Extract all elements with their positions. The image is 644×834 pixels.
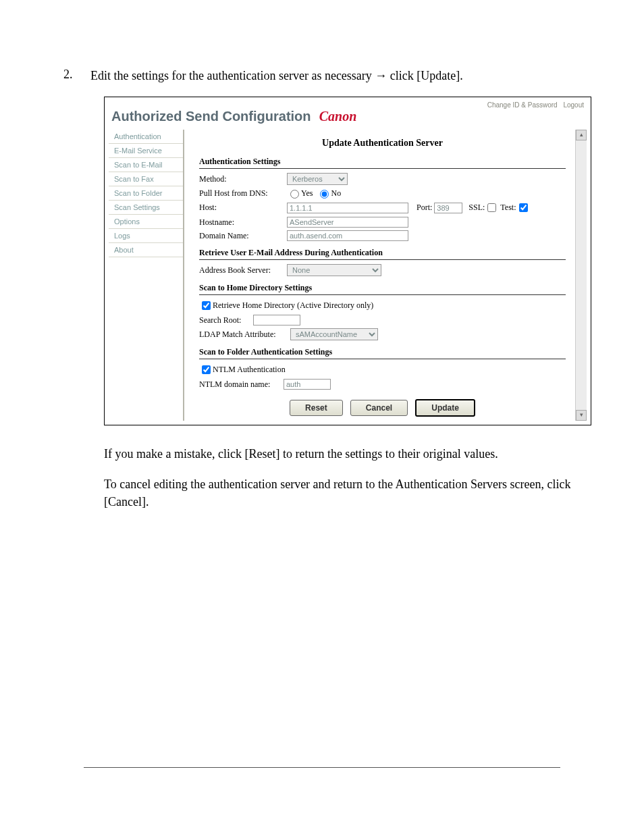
sidebar: Authentication E-Mail Service Scan to E-… <box>109 130 184 421</box>
sidebar-item-scan-to-folder[interactable]: Scan to Folder <box>109 186 183 201</box>
sidebar-item-about[interactable]: About <box>109 243 183 257</box>
scroll-up-icon[interactable]: ▴ <box>576 130 587 140</box>
host-input[interactable] <box>287 203 408 213</box>
hostname-label: Hostname: <box>199 217 287 228</box>
domain-label: Domain Name: <box>199 231 287 241</box>
dns-label: Pull Host from DNS: <box>199 188 287 199</box>
sidebar-item-scan-to-email[interactable]: Scan to E-Mail <box>109 158 183 172</box>
paragraph-cancel: To cancel editing the authentication ser… <box>104 476 587 510</box>
domain-input[interactable] <box>287 230 408 241</box>
host-label: Host: <box>199 203 287 213</box>
section-folder-auth: Scan to Folder Authentication Settings <box>199 347 566 359</box>
section-retrieve-email: Retrieve User E-Mail Address During Auth… <box>199 248 566 260</box>
sidebar-item-scan-settings[interactable]: Scan Settings <box>109 201 183 215</box>
reset-button[interactable]: Reset <box>290 400 343 416</box>
ntlm-label: NTLM Authentication <box>213 365 286 375</box>
port-label: Port: <box>417 203 432 213</box>
config-screenshot: Change ID & Password Logout Authorized S… <box>104 97 591 425</box>
abs-label: Address Book Server: <box>199 265 287 276</box>
logout-link[interactable]: Logout <box>563 101 584 109</box>
scrollbar[interactable]: ▴ ▾ <box>575 130 587 421</box>
canon-logo: Canon <box>319 109 357 124</box>
ntlm-domain-label: NTLM domain name: <box>199 380 284 390</box>
sidebar-item-options[interactable]: Options <box>109 215 183 229</box>
ssl-checkbox[interactable] <box>487 203 496 212</box>
sidebar-item-logs[interactable]: Logs <box>109 229 183 243</box>
dns-no-text: No <box>331 188 341 199</box>
retrieve-home-label: Retrieve Home Directory (Active Director… <box>213 301 373 311</box>
change-id-link[interactable]: Change ID & Password <box>487 101 558 109</box>
section-home-dir: Scan to Home Directory Settings <box>199 283 566 295</box>
paragraph-reset: If you make a mistake, click [Reset] to … <box>104 446 587 463</box>
hostname-input[interactable] <box>287 217 408 228</box>
sidebar-item-scan-to-fax[interactable]: Scan to Fax <box>109 172 183 186</box>
step-number: 2. <box>57 68 90 84</box>
step-text-b: click [Update]. <box>387 69 462 82</box>
footer-rule <box>84 767 560 768</box>
arrow-icon: → <box>375 69 387 82</box>
ldap-label: LDAP Match Attribute: <box>199 330 290 340</box>
test-checkbox[interactable] <box>519 203 528 212</box>
app-title: Authorized Send Configuration <box>111 109 311 124</box>
page-heading: Update Authentication Server <box>199 138 566 149</box>
retrieve-home-checkbox[interactable] <box>202 301 211 310</box>
ldap-select[interactable]: sAMAccountName <box>290 328 378 340</box>
ssl-label: SSL: <box>468 203 485 213</box>
ntlm-checkbox[interactable] <box>202 365 211 374</box>
cancel-button[interactable]: Cancel <box>350 400 408 416</box>
searchroot-label: Search Root: <box>199 315 253 325</box>
dns-yes-radio[interactable] <box>290 190 299 199</box>
main-panel: Update Authentication Server Authenticat… <box>184 130 575 421</box>
update-button[interactable]: Update <box>415 399 475 417</box>
section-auth-settings: Authentication Settings <box>199 157 566 169</box>
abs-select[interactable]: None <box>287 264 381 276</box>
port-input[interactable] <box>434 203 462 213</box>
step-text-a: Edit the settings for the authentication… <box>90 69 375 82</box>
dns-no-radio[interactable] <box>320 190 329 199</box>
method-label: Method: <box>199 174 287 184</box>
test-label: Test: <box>500 203 516 213</box>
searchroot-input[interactable] <box>253 315 300 325</box>
dns-yes-text: Yes <box>301 188 313 199</box>
sidebar-item-email-service[interactable]: E-Mail Service <box>109 144 183 158</box>
step-text: Edit the settings for the authentication… <box>90 68 463 84</box>
ntlm-domain-input[interactable] <box>284 379 331 390</box>
method-select[interactable]: Kerberos <box>287 173 348 185</box>
sidebar-item-authentication[interactable]: Authentication <box>109 130 183 144</box>
scroll-down-icon[interactable]: ▾ <box>576 410 587 421</box>
